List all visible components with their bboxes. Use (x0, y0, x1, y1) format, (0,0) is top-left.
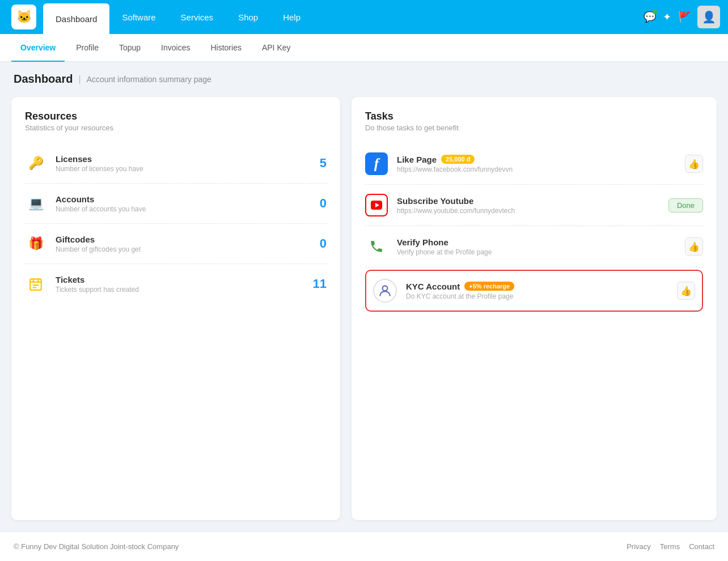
youtube-done-button[interactable]: Done (668, 198, 703, 212)
giftcodes-name: Giftcodes (56, 235, 311, 244)
facebook-icon: f (365, 152, 388, 175)
resource-tickets: Tickets Tickets support has created 11 (25, 264, 327, 304)
sun-icon: ✦ (663, 11, 671, 23)
sub-nav: Overview Profile Topup Invoices Historie… (0, 34, 728, 62)
resources-subtitle: Statistics of your resources (25, 124, 327, 132)
like-page-button[interactable]: 👍 (685, 155, 703, 173)
verify-phone-button[interactable]: 👍 (685, 237, 703, 256)
subtab-invoices[interactable]: Invoices (152, 35, 199, 62)
footer-contact-link[interactable]: Contact (689, 542, 714, 551)
brightness-button[interactable]: ✦ (663, 11, 671, 23)
tickets-icon (25, 273, 46, 295)
subtab-profile[interactable]: Profile (67, 35, 108, 62)
kyc-icon (373, 279, 397, 303)
accounts-count: 0 (320, 196, 327, 211)
licenses-count: 5 (320, 156, 327, 171)
footer-copyright: © Funny Dev Digital Solution Joint-stock… (14, 542, 179, 551)
logo[interactable]: 🐱 (5, 0, 43, 34)
subtab-apikey[interactable]: API Key (253, 35, 300, 62)
tickets-name: Tickets (56, 275, 304, 284)
resource-giftcodes: 🎁 Giftcodes Number of giftcodes you get … (25, 224, 327, 264)
kyc-action-button[interactable]: 👍 (677, 282, 695, 300)
task-kyc-name: KYC Account (406, 282, 460, 291)
task-youtube-desc: https://www.youtube.com/funnydevtech (397, 207, 659, 215)
avatar-img: 👤 (702, 10, 716, 24)
task-phone-desc: Verify phone at the Profile page (397, 248, 676, 256)
phone-icon (365, 235, 388, 258)
breadcrumb-subtitle: Account information summary page (87, 75, 211, 84)
subtab-overview[interactable]: Overview (11, 35, 65, 62)
footer-links: Privacy Terms Contact (627, 542, 714, 551)
nav-tab-software[interactable]: Software (109, 0, 168, 34)
svg-point-8 (383, 286, 388, 291)
task-kyc-account: KYC Account +5% recharge Do KYC account … (365, 270, 703, 312)
giftcodes-icon: 🎁 (25, 233, 46, 254)
footer: © Funny Dev Digital Solution Joint-stock… (0, 532, 728, 561)
footer-terms-link[interactable]: Terms (660, 542, 680, 551)
breadcrumb: Dashboard | Account information summary … (0, 62, 728, 91)
flag-button[interactable]: 🚩 (678, 11, 691, 23)
subtab-histories[interactable]: Histories (201, 35, 250, 62)
accounts-icon: 💻 (25, 193, 46, 214)
notification-dot (653, 10, 657, 14)
youtube-icon (365, 194, 388, 216)
logo-icon: 🐱 (11, 5, 36, 29)
tickets-desc: Tickets support has created (56, 286, 304, 294)
breadcrumb-title: Dashboard (14, 73, 73, 86)
giftcodes-count: 0 (320, 236, 327, 251)
licenses-desc: Number of licenses you have (56, 165, 311, 173)
resources-title: Resources (25, 110, 327, 122)
subtab-topup[interactable]: Topup (110, 35, 150, 62)
nav-right-icons: 💬 ✦ 🚩 👤 (644, 0, 728, 34)
top-nav: 🐱 Dashboard Software Services Shop Help … (0, 0, 728, 34)
task-like-badge: 25,000 đ (441, 155, 475, 164)
task-kyc-desc: Do KYC account at the Profile page (406, 292, 668, 300)
nav-tab-dashboard[interactable]: Dashboard (43, 3, 109, 37)
task-kyc-badge: +5% recharge (464, 282, 514, 291)
licenses-name: Licenses (56, 154, 311, 164)
user-avatar[interactable]: 👤 (697, 6, 720, 28)
accounts-name: Accounts (56, 194, 311, 204)
task-like-page: f Like Page 25,000 đ https://www.faceboo… (365, 143, 703, 185)
tasks-subtitle: Do those tasks to get benefit (365, 124, 703, 132)
task-phone-name: Verify Phone (397, 237, 448, 247)
flag-icon: 🚩 (678, 11, 691, 23)
licenses-icon: 🔑 (25, 152, 46, 174)
accounts-desc: Number of accounts you have (56, 205, 311, 213)
tasks-title: Tasks (365, 110, 703, 122)
tasks-card: Tasks Do those tasks to get benefit f Li… (352, 97, 717, 520)
resources-card: Resources Statistics of your resources 🔑… (11, 97, 340, 520)
footer-privacy-link[interactable]: Privacy (627, 542, 651, 551)
resource-accounts: 💻 Accounts Number of accounts you have 0 (25, 184, 327, 224)
task-verify-phone: Verify Phone Verify phone at the Profile… (365, 226, 703, 267)
nav-tab-help[interactable]: Help (270, 0, 313, 34)
nav-tab-services[interactable]: Services (168, 0, 226, 34)
tickets-count: 11 (313, 277, 327, 291)
task-like-desc: https://www.facebook.com/funnydevvn (397, 165, 676, 173)
main-content: Resources Statistics of your resources 🔑… (0, 91, 728, 532)
task-like-name: Like Page (397, 155, 437, 164)
resource-licenses: 🔑 Licenses Number of licenses you have 5 (25, 143, 327, 184)
notifications-button[interactable]: 💬 (644, 11, 656, 23)
nav-tab-shop[interactable]: Shop (226, 0, 270, 34)
task-subscribe-youtube: Subscribe Youtube https://www.youtube.co… (365, 185, 703, 226)
breadcrumb-divider: | (78, 74, 81, 84)
giftcodes-desc: Number of giftcodes you get (56, 245, 311, 253)
task-youtube-name: Subscribe Youtube (397, 196, 473, 206)
